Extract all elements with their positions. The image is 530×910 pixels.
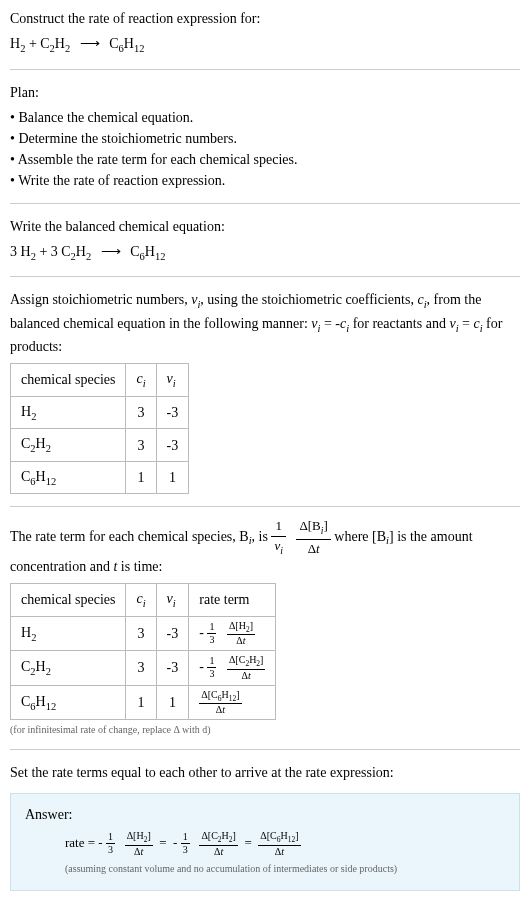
balanced-equation: 3 H2 + 3 C2H2 ⟶ C6H12 — [10, 241, 520, 265]
rate-table: chemical species ci νi rate term H2 3 -3… — [10, 583, 276, 720]
cell-species: C2H2 — [11, 651, 126, 686]
divider — [10, 69, 520, 70]
answer-assumption: (assuming constant volume and no accumul… — [65, 861, 505, 876]
cell-c: 1 — [126, 685, 156, 720]
cell-nu: -3 — [156, 651, 189, 686]
plan-item: Determine the stoichiometric numbers. — [10, 128, 520, 149]
col-header-nui: νi — [156, 583, 189, 616]
cell-nu: -3 — [156, 396, 189, 429]
set-equal-section: Set the rate terms equal to each other t… — [10, 762, 520, 783]
col-header-species: chemical species — [11, 364, 126, 397]
rate-term-section: The rate term for each chemical species,… — [10, 519, 520, 737]
plan-item: Assemble the rate term for each chemical… — [10, 149, 520, 170]
divider — [10, 749, 520, 750]
set-equal-text: Set the rate terms equal to each other t… — [10, 762, 520, 783]
cell-species: C6H12 — [11, 685, 126, 720]
stoich-section: Assign stoichiometric numbers, νi, using… — [10, 289, 520, 494]
cell-c: 3 — [126, 651, 156, 686]
cell-rate: - 13 Δ[C2H2]Δt — [189, 651, 276, 686]
stoich-table: chemical species ci νi H2 3 -3 C2H2 3 -3… — [10, 363, 189, 494]
divider — [10, 203, 520, 204]
title-text: Construct the rate of reaction expressio… — [10, 8, 520, 29]
table-row: C6H12 1 1 Δ[C6H12]Δt — [11, 685, 276, 720]
table-row: H2 3 -3 — [11, 396, 189, 429]
divider — [10, 276, 520, 277]
col-header-nui: νi — [156, 364, 189, 397]
divider — [10, 506, 520, 507]
cell-nu: -3 — [156, 429, 189, 462]
title-section: Construct the rate of reaction expressio… — [10, 8, 520, 57]
plan-label: Plan: — [10, 82, 520, 103]
frac-1-over-nu: 1 νi — [271, 519, 286, 556]
balanced-label: Write the balanced chemical equation: — [10, 216, 520, 237]
plan-list: Balance the chemical equation. Determine… — [10, 107, 520, 191]
table-row: H2 3 -3 - 13 Δ[H2]Δt — [11, 616, 276, 651]
cell-nu: 1 — [156, 461, 189, 494]
col-header-ci: ci — [126, 364, 156, 397]
answer-box: Answer: rate = - 13 Δ[H2]Δt = - 13 Δ[C2H… — [10, 793, 520, 891]
table-row: C2H2 3 -3 — [11, 429, 189, 462]
cell-c: 3 — [126, 396, 156, 429]
cell-c: 3 — [126, 616, 156, 651]
cell-rate: - 13 Δ[H2]Δt — [189, 616, 276, 651]
cell-species: H2 — [11, 396, 126, 429]
cell-c: 3 — [126, 429, 156, 462]
balanced-section: Write the balanced chemical equation: 3 … — [10, 216, 520, 265]
table-header-row: chemical species ci νi rate term — [11, 583, 276, 616]
answer-equation: rate = - 13 Δ[H2]Δt = - 13 Δ[C2H2]Δt = Δ… — [65, 831, 505, 857]
col-header-rate: rate term — [189, 583, 276, 616]
plan-item: Balance the chemical equation. — [10, 107, 520, 128]
frac-dB-dt: Δ[Bi] Δt — [296, 519, 330, 556]
cell-c: 1 — [126, 461, 156, 494]
plan-item: Write the rate of reaction expression. — [10, 170, 520, 191]
rate-intro: The rate term for each chemical species,… — [10, 519, 520, 577]
cell-species: C2H2 — [11, 429, 126, 462]
unbalanced-equation: H2 + C2H2 ⟶ C6H12 — [10, 33, 520, 57]
col-header-ci: ci — [126, 583, 156, 616]
cell-nu: 1 — [156, 685, 189, 720]
cell-rate: Δ[C6H12]Δt — [189, 685, 276, 720]
table-header-row: chemical species ci νi — [11, 364, 189, 397]
cell-nu: -3 — [156, 616, 189, 651]
cell-species: H2 — [11, 616, 126, 651]
table-row: C2H2 3 -3 - 13 Δ[C2H2]Δt — [11, 651, 276, 686]
table-row: C6H12 1 1 — [11, 461, 189, 494]
stoich-intro: Assign stoichiometric numbers, νi, using… — [10, 289, 520, 357]
col-header-species: chemical species — [11, 583, 126, 616]
rate-table-note: (for infinitesimal rate of change, repla… — [10, 722, 520, 737]
plan-section: Plan: Balance the chemical equation. Det… — [10, 82, 520, 191]
answer-label: Answer: — [25, 804, 505, 825]
cell-species: C6H12 — [11, 461, 126, 494]
